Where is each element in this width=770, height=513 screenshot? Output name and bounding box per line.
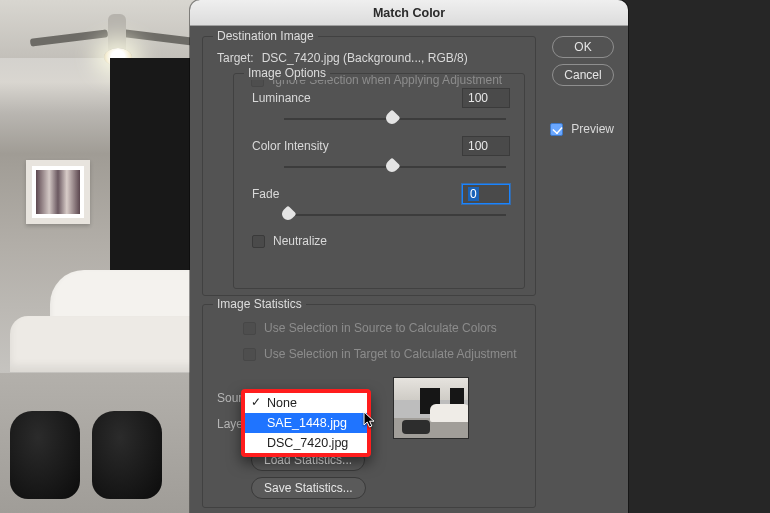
color-intensity-slider[interactable]	[284, 160, 506, 174]
image-options-panel: Image Options Luminance 100 Color Intens…	[233, 73, 525, 289]
fade-slider[interactable]	[284, 208, 506, 222]
luminance-label: Luminance	[252, 91, 311, 105]
neutralize-label: Neutralize	[273, 234, 327, 248]
luminance-slider[interactable]	[284, 112, 506, 126]
color-intensity-field[interactable]: 100	[462, 136, 510, 156]
use-source-checkbox	[243, 322, 256, 335]
source-option-dsc7420[interactable]: DSC_7420.jpg	[245, 433, 367, 453]
source-thumbnail	[393, 377, 469, 439]
ok-button[interactable]: OK	[552, 36, 614, 58]
match-color-dialog: Match Color OK Cancel Preview Destinatio…	[190, 0, 628, 513]
use-target-checkbox	[243, 348, 256, 361]
background-image	[0, 0, 198, 513]
color-intensity-label: Color Intensity	[252, 139, 329, 153]
statistics-panel: Image Statistics Use Selection in Source…	[202, 304, 536, 508]
statistics-title: Image Statistics	[213, 297, 306, 311]
preview-row: Preview	[550, 122, 614, 136]
save-statistics-button[interactable]: Save Statistics...	[251, 477, 366, 499]
use-target-label: Use Selection in Target to Calculate Adj…	[264, 347, 517, 361]
source-option-sae1448[interactable]: SAE_1448.jpg	[245, 413, 367, 433]
source-option-none[interactable]: None	[245, 393, 367, 413]
image-options-title: Image Options	[244, 66, 330, 80]
fade-label: Fade	[252, 187, 279, 201]
destination-title: Destination Image	[213, 29, 318, 43]
cursor-icon	[363, 411, 377, 432]
use-source-label: Use Selection in Source to Calculate Col…	[264, 321, 497, 335]
app-background	[680, 0, 770, 513]
target-label: Target:	[217, 51, 254, 65]
preview-checkbox[interactable]	[550, 123, 563, 136]
source-dropdown[interactable]: None SAE_1448.jpg DSC_7420.jpg	[241, 389, 371, 457]
dialog-title: Match Color	[190, 0, 628, 26]
destination-panel: Destination Image Target: DSC_7420.jpg (…	[202, 36, 536, 296]
cancel-button[interactable]: Cancel	[552, 64, 614, 86]
fade-field[interactable]: 0	[462, 184, 510, 204]
target-value: DSC_7420.jpg (Background..., RGB/8)	[262, 51, 468, 65]
neutralize-checkbox[interactable]	[252, 235, 265, 248]
layer-label: Laye	[217, 417, 243, 431]
luminance-field[interactable]: 100	[462, 88, 510, 108]
preview-label: Preview	[571, 122, 614, 136]
